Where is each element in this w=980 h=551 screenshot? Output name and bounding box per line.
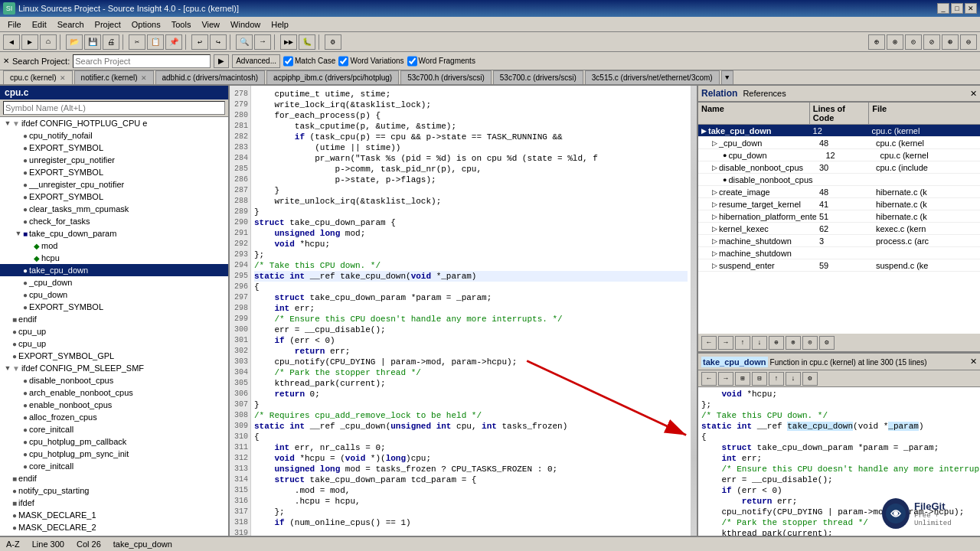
relation-row[interactable]: ▷ disable_nonboot_cpus 30 cpu.c (include bbox=[698, 161, 980, 174]
relations-table[interactable]: ▶ take_cpu_down 12 cpu.c (kernel ▷ _cpu_… bbox=[698, 125, 980, 334]
match-case-checkbox[interactable] bbox=[283, 54, 293, 68]
tab-more-button[interactable]: ▼ bbox=[721, 70, 733, 84]
preview-tb-btn2[interactable]: → bbox=[718, 372, 733, 386]
minimize-button[interactable]: _ bbox=[937, 3, 949, 14]
preview-close-icon[interactable]: ✕ bbox=[970, 357, 977, 367]
tree-item[interactable]: ● MASK_DECLARE_1 bbox=[0, 509, 228, 521]
menu-view[interactable]: View bbox=[197, 19, 224, 30]
tree-item[interactable]: ▼ ▼ ifdef CONFIG_PM_SLEEP_SMF bbox=[0, 362, 228, 374]
tb-copy[interactable]: 📋 bbox=[147, 34, 164, 50]
tree-item[interactable]: ● alloc_frozen_cpus bbox=[0, 411, 228, 423]
tree-item[interactable]: ● EXPORT_SYMBOL bbox=[0, 142, 228, 154]
tree-item[interactable]: ● EXPORT_SYMBOL bbox=[0, 166, 228, 178]
tb-debug[interactable]: 🐛 bbox=[299, 34, 315, 50]
preview-tb-settings[interactable]: ⚙ bbox=[802, 372, 818, 386]
rel-tb-btn6[interactable]: ⊗ bbox=[786, 336, 801, 350]
tree-item[interactable]: ● disable_nonboot_cpus bbox=[0, 374, 228, 386]
relation-row[interactable]: ▷ hibernation_platform_enter 51 hibernat… bbox=[698, 210, 980, 223]
relations-close-icon[interactable]: ✕ bbox=[970, 89, 977, 99]
search-go-button[interactable]: ▶ bbox=[214, 54, 229, 68]
tb-r4[interactable]: ⊘ bbox=[923, 34, 940, 50]
tree-item[interactable]: ■ ifdef bbox=[0, 497, 228, 509]
tb-r1[interactable]: ⊕ bbox=[868, 34, 885, 50]
tab-cpu-kernel[interactable]: cpu.c (kernel) ✕ bbox=[3, 70, 73, 84]
menu-help[interactable]: Help bbox=[266, 19, 293, 30]
preview-tb-btn3[interactable]: ⊞ bbox=[735, 372, 750, 386]
tb-cut[interactable]: ✂ bbox=[129, 34, 145, 50]
code-content[interactable]: 2782792802812822832842852862872882892902… bbox=[230, 86, 697, 551]
relation-row[interactable]: ▷ machine_shutdown bbox=[698, 247, 980, 259]
tree-item[interactable]: ● cpu_up bbox=[0, 337, 228, 350]
tb-goto[interactable]: → bbox=[254, 34, 271, 50]
tree-item[interactable]: ● __unregister_cpu_notifier bbox=[0, 178, 228, 191]
rel-tb-btn7[interactable]: ⊙ bbox=[802, 336, 818, 350]
tree-item[interactable]: ● core_initcall bbox=[0, 423, 228, 435]
tree-item[interactable]: ■ endif bbox=[0, 313, 228, 325]
tb-build[interactable]: ▶▶ bbox=[280, 34, 297, 50]
preview-tb-btn1[interactable]: ← bbox=[701, 372, 717, 386]
relation-row[interactable]: ▷ kernel_kexec 62 kexec.c (kern bbox=[698, 223, 980, 235]
close-button[interactable]: ✕ bbox=[965, 3, 977, 14]
menu-window[interactable]: Window bbox=[226, 19, 265, 30]
rel-tb-btn3[interactable]: ↑ bbox=[735, 336, 750, 350]
rel-tb-btn1[interactable]: ← bbox=[701, 336, 717, 350]
tree-item[interactable]: ▼ ▼ ifdef CONFIG_HOTPLUG_CPU e bbox=[0, 117, 228, 129]
tb-redo[interactable]: ↪ bbox=[210, 34, 227, 50]
relation-row[interactable]: ▷ machine_shutdown 3 process.c (arc bbox=[698, 235, 980, 247]
preview-tb-btn6[interactable]: ↓ bbox=[786, 372, 801, 386]
match-case-check[interactable]: Match Case bbox=[283, 54, 335, 68]
tb-r2[interactable]: ⊗ bbox=[887, 34, 903, 50]
tree-item[interactable]: ● take_cpu_down bbox=[0, 264, 228, 276]
tree-item[interactable]: ● enable_nonboot_cpus bbox=[0, 399, 228, 411]
tree-item[interactable]: ● MASK_DECLARE_2 bbox=[0, 521, 228, 533]
code-lines[interactable]: cputime_t utime, stime; write_lock_irq(&… bbox=[251, 86, 691, 551]
relation-row[interactable]: ▷ suspend_enter 59 suspend.c (ke bbox=[698, 259, 980, 272]
tree-item[interactable]: ● cpu_notify_nofail bbox=[0, 129, 228, 142]
tb-paste[interactable]: 📌 bbox=[165, 34, 182, 50]
tree-item[interactable]: ▼ ■ take_cpu_down_param bbox=[0, 227, 228, 240]
tb-settings[interactable]: ⚙ bbox=[325, 34, 341, 50]
menu-edit[interactable]: Edit bbox=[28, 19, 51, 30]
tab-3c515[interactable]: 3c515.c (drivers/net/ethernet/3com) bbox=[585, 70, 720, 84]
tab-53c700c[interactable]: 53c700.c (drivers/scsi) bbox=[493, 70, 583, 84]
word-variations-check[interactable]: Word Variations bbox=[338, 54, 403, 68]
tb-home[interactable]: ⌂ bbox=[40, 34, 57, 50]
tb-forward[interactable]: ▶ bbox=[21, 34, 38, 50]
tb-open[interactable]: 📂 bbox=[66, 34, 83, 50]
tree-item[interactable]: ● arch_enable_nonboot_cpus bbox=[0, 386, 228, 399]
tb-back[interactable]: ◀ bbox=[3, 34, 20, 50]
tb-r6[interactable]: ⊜ bbox=[960, 34, 977, 50]
word-fragments-checkbox[interactable] bbox=[407, 54, 417, 68]
tree-item[interactable]: ● unregister_cpu_notifier bbox=[0, 154, 228, 166]
word-variations-checkbox[interactable] bbox=[338, 54, 348, 68]
relation-row[interactable]: ● cpu_down 12 cpu.c (kernel bbox=[698, 149, 980, 161]
tab-acpiphp[interactable]: acpiphp_ibm.c (drivers/pci/hotplug) bbox=[266, 70, 399, 84]
relation-row[interactable]: ▷ create_image 48 hibernate.c (k bbox=[698, 186, 980, 198]
relation-row[interactable]: ▷ _cpu_down 48 cpu.c (kernel bbox=[698, 137, 980, 149]
menu-project[interactable]: Project bbox=[90, 19, 126, 30]
tree-item[interactable]: ● cpu_hotplug_pm_callback bbox=[0, 435, 228, 448]
relation-row[interactable]: ▶ take_cpu_down 12 cpu.c (kernel bbox=[698, 125, 980, 137]
tree-item[interactable]: ● _cpu_down bbox=[0, 276, 228, 289]
advanced-button[interactable]: Advanced... bbox=[232, 54, 280, 68]
tree-item[interactable]: ● EXPORT_SYMBOL bbox=[0, 191, 228, 203]
maximize-button[interactable]: □ bbox=[951, 3, 963, 14]
tb-print[interactable]: 🖨 bbox=[103, 34, 119, 50]
tree-expander[interactable]: ▼ bbox=[3, 364, 12, 373]
tree-item[interactable]: ● clear_tasks_mm_cpumask bbox=[0, 203, 228, 215]
relation-row[interactable]: ● disable_nonboot_cpus bbox=[698, 174, 980, 186]
symbol-search-input[interactable] bbox=[3, 101, 225, 115]
tb-save[interactable]: 💾 bbox=[84, 34, 101, 50]
rel-tb-btn5[interactable]: ⊕ bbox=[769, 336, 784, 350]
menu-tools[interactable]: Tools bbox=[167, 19, 196, 30]
tree-item[interactable]: ◆ mod bbox=[0, 240, 228, 252]
tb-search[interactable]: 🔍 bbox=[236, 34, 253, 50]
editor-scrollbar[interactable] bbox=[691, 86, 697, 551]
preview-tb-btn4[interactable]: ⊟ bbox=[752, 372, 767, 386]
tb-r5[interactable]: ⊛ bbox=[942, 34, 959, 50]
rel-tb-btn2[interactable]: → bbox=[718, 336, 733, 350]
tab-53c700h[interactable]: 53c700.h (drivers/scsi) bbox=[400, 70, 492, 84]
tab-adbhid[interactable]: adbhid.c (drivers/macintosh) bbox=[155, 70, 266, 84]
tb-r3[interactable]: ⊙ bbox=[905, 34, 922, 50]
preview-tb-btn5[interactable]: ↑ bbox=[769, 372, 784, 386]
